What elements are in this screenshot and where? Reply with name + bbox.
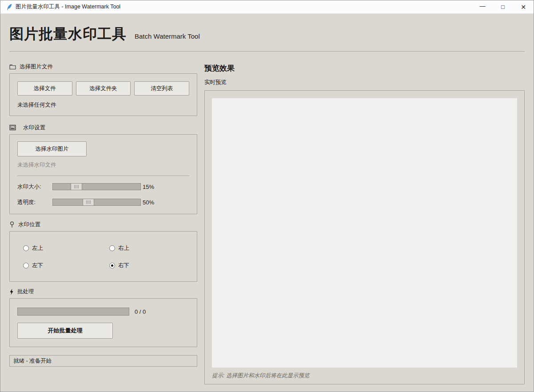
minimize-icon: —	[480, 3, 486, 9]
clear-list-button[interactable]: 清空列表	[134, 81, 189, 96]
close-button[interactable]: ✕	[513, 0, 534, 13]
radio-circle-icon	[23, 263, 29, 268]
python-feather-icon	[6, 4, 12, 11]
watermark-section-box: 选择水印图片 未选择水印文件 水印大小: 15% 透明度:	[9, 134, 197, 214]
position-radio-top-right[interactable]: 右上	[109, 243, 197, 253]
status-text: 就绪 - 准备开始	[13, 357, 52, 365]
position-radio-top-left[interactable]: 左上	[23, 243, 109, 253]
batch-progress-text: 0 / 0	[135, 308, 146, 315]
position-section-label: 水印位置	[9, 221, 197, 228]
file-section-box: 选择文件 选择文件夹 清空列表 未选择任何文件	[9, 73, 197, 116]
radio-circle-icon	[109, 245, 115, 251]
watermark-separator	[17, 176, 189, 176]
watermark-size-slider-thumb[interactable]	[71, 183, 82, 190]
settings-column: 选择图片文件 选择文件 选择文件夹 清空列表 未选择任何文件	[9, 63, 197, 384]
app-header: 图片批量水印工具 Batch Watermark Tool	[9, 24, 525, 44]
radio-circle-icon	[23, 245, 29, 251]
opacity-label: 透明度:	[17, 199, 52, 206]
header-divider	[9, 51, 525, 52]
minimize-button[interactable]: —	[472, 0, 493, 13]
select-watermark-button[interactable]: 选择水印图片	[17, 141, 87, 156]
status-bar: 就绪 - 准备开始	[9, 355, 197, 367]
preview-hint: 提示: 选择图片和水印后将在此显示预览	[212, 372, 517, 380]
pin-icon	[9, 221, 15, 228]
file-selection-status: 未选择任何文件	[17, 101, 189, 109]
opacity-value: 50%	[143, 199, 154, 206]
opacity-slider-thumb[interactable]	[83, 199, 94, 206]
batch-progress-bar	[17, 308, 129, 316]
image-icon	[9, 124, 16, 131]
maximize-button[interactable]: □	[493, 0, 513, 13]
app-window: 图片批量水印工具 - Image Watermark Tool — □ ✕ 图片…	[0, 0, 534, 392]
watermark-section-label: 水印设置	[9, 124, 197, 131]
watermark-size-row: 水印大小: 15%	[17, 182, 189, 192]
batch-section-label: 批处理	[9, 288, 197, 295]
position-radio-bottom-right[interactable]: 右下	[109, 260, 197, 270]
radio-circle-icon	[109, 263, 115, 268]
start-batch-button[interactable]: 开始批量处理	[17, 323, 113, 339]
watermark-selection-status: 未选择水印文件	[17, 161, 189, 169]
folder-icon	[9, 64, 16, 70]
select-files-button[interactable]: 选择文件	[17, 81, 72, 96]
maximize-icon: □	[501, 4, 505, 10]
watermark-size-slider[interactable]	[52, 183, 141, 190]
preview-box: 提示: 选择图片和水印后将在此显示预览	[204, 90, 525, 384]
watermark-size-value: 15%	[143, 184, 154, 190]
window-controls: — □ ✕	[472, 0, 534, 13]
select-folder-button[interactable]: 选择文件夹	[76, 81, 131, 96]
position-section-box: 左上 右上 左下 右下	[9, 231, 197, 282]
opacity-slider[interactable]	[52, 199, 141, 206]
opacity-row: 透明度: 50%	[17, 197, 189, 207]
batch-section-box: 0 / 0 开始批量处理	[9, 298, 197, 347]
preview-heading: 预览效果	[204, 63, 525, 73]
title-bar: 图片批量水印工具 - Image Watermark Tool — □ ✕	[0, 0, 534, 14]
preview-column: 预览效果 实时预览 提示: 选择图片和水印后将在此显示预览	[204, 63, 525, 384]
watermark-size-label: 水印大小:	[17, 183, 52, 191]
window-title: 图片批量水印工具 - Image Watermark Tool	[16, 3, 120, 11]
content-area: 图片批量水印工具 Batch Watermark Tool 选择图片文件 选择文…	[0, 14, 534, 392]
page-title: 图片批量水印工具	[9, 24, 127, 44]
close-icon: ✕	[521, 4, 526, 11]
preview-canvas	[212, 98, 517, 368]
position-radio-bottom-left[interactable]: 左下	[23, 260, 109, 270]
file-section-label: 选择图片文件	[9, 63, 197, 70]
page-subtitle: Batch Watermark Tool	[135, 32, 200, 40]
preview-subheading: 实时预览	[204, 79, 525, 86]
lightning-icon	[9, 288, 14, 295]
